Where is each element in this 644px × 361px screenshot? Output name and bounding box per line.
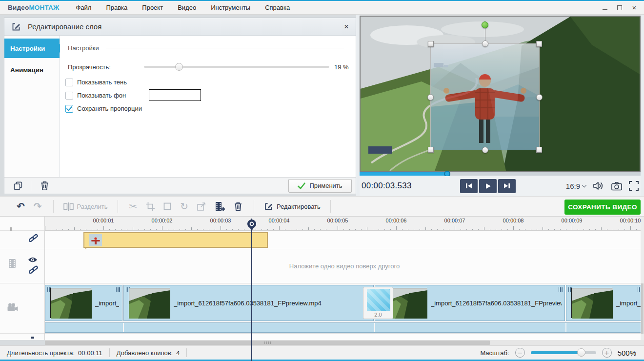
- ruler-tick: [560, 229, 561, 231]
- timeline-ruler[interactable]: 00:00:0100:00:0200:00:0300:00:0400:00:05…: [45, 217, 644, 231]
- previous-frame-button[interactable]: [460, 179, 478, 193]
- playhead-line[interactable]: [251, 219, 252, 361]
- overlay-track[interactable]: [45, 231, 644, 249]
- menu-item-project[interactable]: Проект: [142, 4, 163, 11]
- duplicate-layer-button[interactable]: [13, 181, 23, 191]
- zoom-slider[interactable]: [531, 351, 596, 354]
- ruler-label: 00:00:01: [93, 218, 114, 223]
- play-button[interactable]: [479, 179, 497, 193]
- edit-clip-button[interactable]: Редактировать: [264, 202, 321, 211]
- ruler-tick: [320, 229, 321, 231]
- split-button[interactable]: Разделить: [63, 202, 108, 211]
- save-video-button[interactable]: СОХРАНИТЬ ВИДЕО: [564, 200, 641, 215]
- minimize-button[interactable]: [601, 4, 609, 12]
- playback-progress-bar[interactable]: [360, 172, 641, 176]
- apply-button[interactable]: Применить: [288, 179, 352, 193]
- resize-handle-left[interactable]: [427, 94, 434, 100]
- undo-button[interactable]: ↶: [17, 201, 25, 211]
- clip-trim-handle-right[interactable]: [559, 287, 563, 292]
- ruler-tick: [332, 229, 332, 231]
- link-icon[interactable]: [29, 265, 38, 274]
- video-clip-2[interactable]: _import_612618f57fa606.03538181_FPprevie…: [123, 285, 374, 321]
- zoom-out-button[interactable]: −: [515, 348, 525, 358]
- video-preview[interactable]: [360, 16, 641, 172]
- overlay-video-track[interactable]: Наложите одно видео поверх другого: [45, 249, 644, 283]
- rotate-button[interactable]: ↻: [180, 201, 188, 211]
- rotation-handle[interactable]: [482, 21, 488, 28]
- menu-item-edit[interactable]: Правка: [106, 4, 127, 11]
- tab-animation[interactable]: Анимация: [4, 60, 60, 80]
- delete-clip-button[interactable]: [234, 201, 242, 211]
- video-clip-4[interactable]: _import_612618f57fa606.03538181_FPprevie…: [566, 285, 644, 321]
- add-clip-button[interactable]: [215, 201, 225, 212]
- cut-button[interactable]: ✂: [129, 201, 138, 211]
- playhead-marker[interactable]: [246, 219, 257, 232]
- tab-settings[interactable]: Настройки: [4, 39, 60, 58]
- progress-fill: [360, 172, 447, 176]
- snapshot-camera-icon[interactable]: [611, 181, 622, 191]
- resize-handle-top[interactable]: [482, 40, 488, 47]
- checkbox-row-show-background[interactable]: Показывать фон: [65, 91, 126, 100]
- link-icon[interactable]: [29, 234, 38, 242]
- ruler-tick: [624, 229, 625, 231]
- crop-button[interactable]: [146, 202, 155, 211]
- stop-frame-button[interactable]: [163, 202, 171, 210]
- menu-item-help[interactable]: Справка: [265, 4, 290, 11]
- background-color-swatch[interactable]: [149, 89, 201, 101]
- scale-button[interactable]: [197, 202, 206, 211]
- video-track[interactable]: _import_612618f57fa606.03538181_FPprevie…: [45, 283, 644, 334]
- video-clip-3[interactable]: _import_612618f57fa606.03538181_FPprevie…: [375, 285, 565, 321]
- menu-item-file[interactable]: Файл: [76, 4, 91, 11]
- delete-layer-button[interactable]: [40, 180, 49, 191]
- audio-strip[interactable]: [45, 322, 644, 333]
- resize-handle-top-right[interactable]: [536, 41, 542, 47]
- video-clip-1[interactable]: _import_612618f57fa606.03538181_FPprevie…: [45, 285, 122, 321]
- audio-clip-divider: [565, 323, 566, 332]
- maximize-button[interactable]: [616, 4, 624, 12]
- next-frame-button[interactable]: [498, 179, 516, 193]
- checkbox-label: Показывать фон: [77, 92, 126, 99]
- opacity-slider[interactable]: [144, 66, 329, 68]
- overlay-selection-box[interactable]: [430, 43, 540, 150]
- vertical-scrollbar[interactable]: [641, 217, 644, 340]
- resize-handle-bottom-left[interactable]: [428, 147, 434, 153]
- resize-handle-bottom[interactable]: [482, 147, 488, 153]
- check-icon: [66, 106, 72, 111]
- redo-button[interactable]: ↷: [34, 201, 42, 211]
- close-button[interactable]: ×: [630, 4, 638, 12]
- checkbox-row-keep-proportions[interactable]: Сохранять пропорции: [65, 104, 142, 113]
- panel-title: Редактирование слоя: [28, 22, 101, 31]
- horizontal-scrollbar-thumb[interactable]: [45, 341, 490, 345]
- opacity-slider-handle[interactable]: [175, 63, 183, 71]
- ruler-tick: [197, 229, 198, 231]
- transition-badge[interactable]: 2.0: [363, 287, 393, 319]
- ruler-tick: [355, 229, 356, 231]
- panel-close-button[interactable]: ×: [344, 22, 349, 32]
- resize-handle-bottom-right[interactable]: [536, 147, 542, 153]
- zoom-slider-handle[interactable]: [577, 348, 585, 357]
- checkbox-show-background[interactable]: [65, 92, 73, 100]
- vertical-scrollbar-thumb[interactable]: [641, 283, 644, 334]
- ruler-tick: [80, 229, 80, 231]
- menu-item-video[interactable]: Видео: [178, 4, 196, 11]
- overlay-clip[interactable]: [83, 232, 268, 248]
- check-icon: [298, 182, 305, 189]
- checkbox-row-show-shadow[interactable]: Показывать тень: [65, 78, 127, 86]
- zoom-in-button[interactable]: +: [602, 348, 612, 358]
- checkbox-show-shadow[interactable]: [65, 79, 73, 86]
- checkbox-keep-proportions[interactable]: [65, 105, 73, 113]
- resize-handle-right[interactable]: [536, 94, 543, 100]
- edit-layer-icon: [11, 22, 21, 32]
- ruler-tick: [185, 229, 186, 231]
- resize-handle-top-left[interactable]: [428, 41, 434, 47]
- partial-icon-mark: [10, 227, 12, 231]
- clip-trim-handle-right[interactable]: [116, 287, 120, 292]
- eye-icon[interactable]: [28, 257, 38, 263]
- ruler-tick: [156, 229, 157, 231]
- fullscreen-icon[interactable]: [629, 181, 639, 191]
- window-controls: ×: [601, 4, 638, 12]
- menu-item-tools[interactable]: Инструменты: [211, 4, 250, 11]
- volume-icon[interactable]: [593, 181, 604, 191]
- horizontal-scrollbar[interactable]: [45, 340, 644, 345]
- aspect-ratio-dropdown[interactable]: 16:9: [566, 182, 586, 190]
